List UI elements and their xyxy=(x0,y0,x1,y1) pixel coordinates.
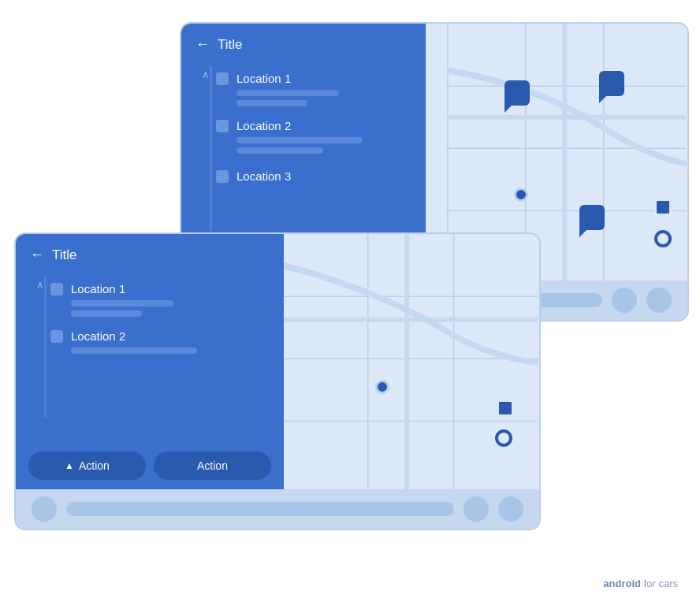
back-card-back-icon[interactable] xyxy=(195,36,210,53)
front-card-item-1-subline-1 xyxy=(71,300,173,307)
front-card-item-2-checkbox[interactable] xyxy=(50,330,63,343)
back-card-item-3-label: Location 3 xyxy=(236,169,291,183)
back-card-list-item-2: Location 2 xyxy=(203,113,426,160)
front-card-list: ∧ Location 1 Location 2 xyxy=(16,276,284,360)
front-card-marker-dot xyxy=(375,380,389,394)
back-card-marker-chat-3 xyxy=(579,205,605,230)
front-card-list-item-1: Location 1 xyxy=(38,276,284,323)
back-card-collapse-up-icon[interactable]: ∧ xyxy=(202,69,210,80)
front-card-divider xyxy=(44,276,47,418)
back-card-nav-circle-2[interactable] xyxy=(612,288,637,313)
front-card-list-item-2: Location 2 xyxy=(38,323,284,360)
front-card-marker-ring xyxy=(495,429,512,447)
front-card-item-1-checkbox[interactable] xyxy=(50,283,63,295)
front-card-item-1-subline-2 xyxy=(71,310,142,317)
branding: android for cars xyxy=(603,578,678,589)
back-card-title: Title xyxy=(218,37,243,53)
back-card-item-2-subline-2 xyxy=(236,147,323,154)
back-card-divider xyxy=(210,65,212,231)
back-card-sidebar-header: Title xyxy=(181,24,426,65)
back-card-nav-circle-3[interactable] xyxy=(646,288,672,313)
front-card-item-1-label: Location 1 xyxy=(71,282,125,295)
back-card-item-3-checkbox[interactable] xyxy=(216,170,229,183)
front-card-collapse-up-icon[interactable]: ∧ xyxy=(36,279,44,291)
back-card-item-2-checkbox[interactable] xyxy=(216,120,229,132)
back-card-marker-dot xyxy=(514,188,528,202)
back-card-item-1-subline-2 xyxy=(236,100,307,106)
back-card-item-1-subline-1 xyxy=(236,90,339,96)
back-card-item-2-subline-1 xyxy=(236,137,363,143)
front-card: ← Title ∧ Location 1 xyxy=(14,232,541,530)
front-card-title: Title xyxy=(52,247,77,263)
back-card-item-2-label: Location 2 xyxy=(236,119,291,132)
branding-bold: android xyxy=(603,578,641,589)
front-card-back-icon[interactable]: ← xyxy=(30,247,44,263)
front-card-action-bar: ▲ Action Action xyxy=(16,442,284,489)
back-card-marker-square xyxy=(654,199,672,216)
back-card-list-item-3: Location 3 xyxy=(203,163,426,189)
back-card-marker-chat-1 xyxy=(505,80,530,106)
back-card-item-1-label: Location 1 xyxy=(236,72,291,85)
back-card-marker-chat-2 xyxy=(599,71,624,96)
back-card-list-item-1: Location 1 xyxy=(203,65,426,113)
action-button-2[interactable]: Action xyxy=(154,452,271,480)
front-card-nav-bar xyxy=(16,489,539,529)
front-card-marker-square xyxy=(497,399,514,417)
front-card-nav-circle-1[interactable] xyxy=(32,496,57,522)
front-card-nav-pill[interactable] xyxy=(66,502,454,516)
front-card-nav-circle-2[interactable] xyxy=(464,496,489,522)
front-card-item-2-subline-1 xyxy=(71,347,197,354)
action-1-nav-icon: ▲ xyxy=(65,460,74,471)
branding-normal: for cars xyxy=(641,578,678,589)
front-card-sidebar-header: ← Title xyxy=(16,234,284,276)
front-card-nav-circle-3[interactable] xyxy=(498,496,523,522)
back-card-marker-ring xyxy=(654,230,672,247)
action-1-label: Action xyxy=(79,459,110,472)
back-card-item-1-checkbox[interactable] xyxy=(216,72,229,85)
action-2-label: Action xyxy=(197,459,228,472)
action-button-1[interactable]: ▲ Action xyxy=(28,452,146,480)
front-card-item-2-label: Location 2 xyxy=(71,329,125,343)
